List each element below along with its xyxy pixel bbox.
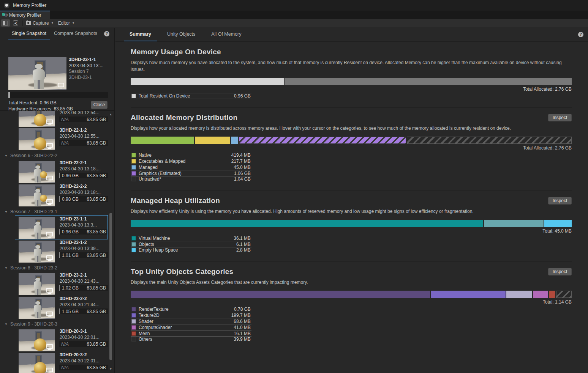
legend-row[interactable]: Empty Heap Space2.8 MB: [131, 247, 251, 253]
legend-label: Graphics (Estimated): [139, 171, 234, 176]
toolbar-separator: [22, 20, 23, 26]
legend-row[interactable]: Untracked*1.04 GB: [131, 176, 251, 182]
legend-row[interactable]: Virtual Machine36.1 MB: [131, 235, 251, 241]
snapshot-list: 2023-04-30 12:54...N/A63.85 GB3DHD-22-1-…: [0, 110, 114, 373]
legend-row[interactable]: Texture2D199.7 MB: [131, 312, 251, 318]
snapshot-list-item[interactable]: 3DHD-22-2-12023-04-30 13:18:...0.96 GB63…: [0, 160, 114, 184]
bar-segment[interactable]: [544, 220, 572, 227]
inspect-button[interactable]: Inspect: [548, 268, 572, 275]
collapse-icon[interactable]: ▼: [5, 154, 8, 157]
inspect-button[interactable]: Inspect: [548, 197, 572, 205]
snapshot-list-item[interactable]: 3DHD-23-1-22023-04-30 13:39...1.01 GB63.…: [0, 240, 114, 263]
toggle-detail-panel-button[interactable]: [1, 19, 10, 27]
memory-profiler-icon: ⚙: [2, 13, 8, 18]
bar-segment[interactable]: [131, 78, 284, 85]
snapshot-list-item[interactable]: 3DHD-23-2-12023-04-30 21:43...1.02 GB63.…: [0, 272, 114, 296]
chevron-down-icon: ▾: [73, 21, 74, 25]
snapshot-thumbnail: [19, 297, 55, 319]
legend-label: RenderTexture: [139, 307, 234, 312]
collapse-icon[interactable]: ▼: [5, 323, 8, 326]
snapshot-list-item[interactable]: 2023-04-30 12:54...N/A63.85 GB: [0, 110, 114, 127]
resident-memory-mini-bar: [8, 92, 108, 98]
snapshot-list-item[interactable]: 3DHD-23-1-12023-04-30 13:3...0.96 GB63.8…: [0, 216, 114, 240]
bar-segment[interactable]: [549, 291, 555, 298]
legend-row[interactable]: Mesh16.1 MB: [131, 330, 251, 336]
legend-row[interactable]: Native419.4 MB: [131, 152, 251, 158]
legend-row[interactable]: ComputeShader41.0 MB: [131, 324, 251, 330]
bar-segment[interactable]: [231, 137, 238, 144]
snapshot-date: 2023-04-30 21:43...: [60, 279, 100, 284]
tab-unity-objects[interactable]: Unity Objects: [161, 28, 201, 41]
bar-segment[interactable]: [131, 137, 194, 144]
bar-segment[interactable]: [533, 291, 548, 298]
editor-dropdown[interactable]: Editor ▾: [56, 19, 76, 27]
tab-compare-snapshots[interactable]: Compare Snapshots: [51, 28, 101, 39]
bar-segment[interactable]: [239, 137, 406, 144]
legend-row[interactable]: Graphics (Estimated)1.06 GB: [131, 170, 251, 176]
snapshot-list-item[interactable]: 3DHD-20-3-12023-04-30 22:01...N/A63.85 G…: [0, 329, 114, 352]
bar-segment[interactable]: [431, 291, 506, 298]
capture-button[interactable]: Capture ▾: [24, 19, 55, 27]
snapshot-name: 3DHD-23-1-2: [60, 240, 87, 245]
legend-swatch-icon: [131, 153, 136, 157]
monitor-icon: [46, 120, 53, 124]
help-icon[interactable]: ?: [578, 32, 583, 37]
snapshot-date: 2023-04-30 13:18:...: [60, 190, 101, 195]
monitor-icon: [46, 199, 53, 204]
bar-segment[interactable]: [195, 137, 230, 144]
session-header[interactable]: ▼Session 8 - 3DHD-23-2: [0, 263, 114, 272]
tab-memory-profiler[interactable]: ⚙ Memory Profiler: [0, 11, 50, 19]
snapshot-list-item[interactable]: 3DHD-23-2-22023-04-30 21:44...1.05 GB63.…: [0, 296, 114, 319]
legend-value: 1.06 GB: [234, 171, 251, 176]
scroll-down-icon[interactable]: ▼: [108, 367, 113, 371]
legend-value: 45.0 MB: [234, 165, 251, 170]
bar-segment[interactable]: [484, 220, 544, 227]
session-header[interactable]: ▼Session 9 - 3DHD-20-3: [0, 319, 114, 329]
tab-single-snapshot[interactable]: Single Snapshot: [8, 28, 50, 39]
session-header[interactable]: ▼Session 7 - 3DHD-23-1: [0, 207, 114, 216]
allocated-distribution-bar[interactable]: [131, 137, 572, 144]
help-icon[interactable]: ?: [104, 31, 109, 36]
tab-all-of-memory[interactable]: All Of Memory: [205, 28, 247, 41]
section-top-unity-objects-categories: Top Unity Objects Categories Inspect Dis…: [131, 261, 572, 342]
snapshot-list-item[interactable]: 3DHD-20-3-22023-04-30 22:01...N/A63.85 G…: [0, 352, 114, 373]
bar-segment[interactable]: [131, 291, 430, 298]
bar-segment[interactable]: [407, 137, 572, 144]
collapse-icon[interactable]: ▼: [5, 266, 8, 270]
snapshot-list-item[interactable]: 3DHD-22-2-22023-04-30 13:18:...0.98 GB63…: [0, 184, 114, 207]
legend-row[interactable]: Executables & Mapped217.7 MB: [131, 158, 251, 164]
import-snapshot-button[interactable]: ⮜: [11, 19, 20, 27]
legend-label: Executables & Mapped: [139, 159, 231, 164]
tab-summary[interactable]: Summary: [124, 28, 157, 41]
toolbar: ⮜ Capture ▾ Editor ▾: [0, 19, 588, 27]
memory-usage-bar[interactable]: [131, 78, 572, 85]
legend-value: 0.78 GB: [234, 307, 251, 312]
close-button[interactable]: Close: [91, 101, 107, 109]
resident-value: N/A: [61, 117, 69, 122]
snapshot-date: 2023-04-30 12:55...: [60, 134, 100, 139]
legend-row[interactable]: Managed45.0 MB: [131, 164, 251, 170]
managed-heap-bar[interactable]: [131, 220, 572, 227]
unity-app-icon: [4, 3, 9, 8]
collapse-icon[interactable]: ▼: [5, 210, 8, 214]
bar-segment[interactable]: [131, 220, 483, 227]
top-unity-objects-bar[interactable]: [131, 291, 572, 298]
bar-segment[interactable]: [556, 291, 572, 298]
session-header[interactable]: ▼Session 6 - 3DHD-22-2: [0, 151, 114, 160]
legend-row[interactable]: RenderTexture0.78 GB: [131, 306, 251, 312]
bar-segment[interactable]: [506, 291, 532, 298]
legend-row[interactable]: Shader68.6 MB: [131, 318, 251, 324]
legend-row[interactable]: Others39.9 MB: [131, 336, 251, 342]
legend-label: Untracked*: [139, 176, 234, 182]
snapshot-list-item[interactable]: 3DHD-22-1-22023-04-30 12:55...N/A63.85 G…: [0, 127, 114, 151]
scrollbar-thumb[interactable]: [109, 213, 112, 360]
scroll-up-icon[interactable]: ▲: [108, 113, 113, 116]
legend-row[interactable]: Objects6.1 MB: [131, 241, 251, 247]
snapshot-name: 3DHD-23-1-1: [60, 216, 87, 222]
legend-row[interactable]: Total Resident On Device0.96 GB: [131, 93, 251, 99]
inspect-button[interactable]: Inspect: [548, 114, 572, 121]
snapshot-name: 3DHD-20-3-2: [60, 352, 87, 357]
sidebar-scrollbar[interactable]: ▲ ▼: [108, 110, 113, 373]
bar-segment[interactable]: [285, 78, 572, 85]
snapshot-memory-chip: N/A63.85 GB: [59, 140, 108, 146]
